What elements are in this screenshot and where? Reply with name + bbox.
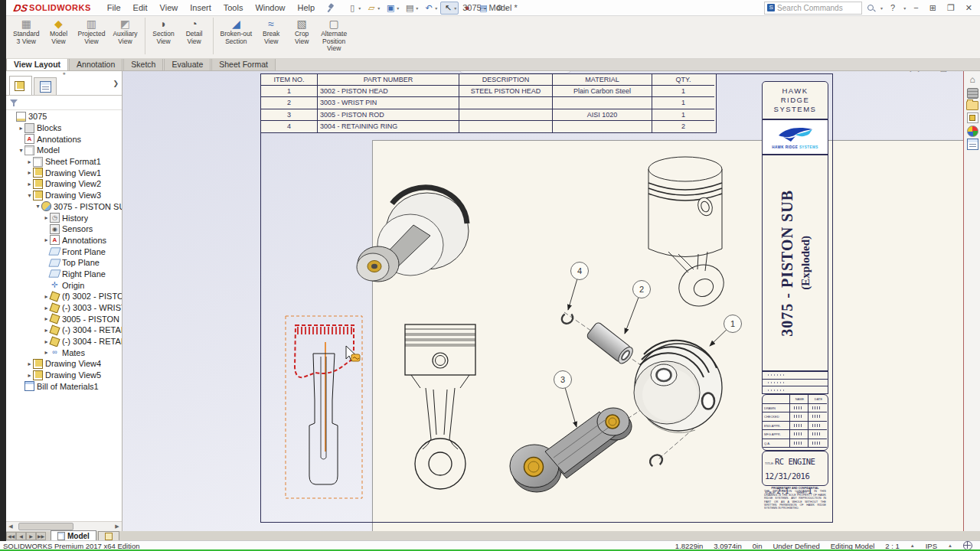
stoplight-icon[interactable]: ● bbox=[459, 2, 475, 15]
tree-item-origin[interactable]: ⊹Origin bbox=[6, 279, 122, 291]
dropdown-caret[interactable]: ▾ bbox=[564, 71, 566, 72]
scroll-right-arrow[interactable]: ▶ bbox=[113, 523, 122, 530]
maximize-button[interactable]: ⊞ bbox=[926, 1, 939, 15]
custom-properties-icon[interactable] bbox=[967, 139, 978, 150]
ribbon-button-standard-3-view[interactable]: ▦Standard 3 View bbox=[9, 15, 44, 45]
menu-file[interactable]: File bbox=[102, 2, 126, 14]
next-sheet-button[interactable]: ▶ bbox=[26, 532, 36, 540]
ribbon-button-projected-view[interactable]: ▥Projected View bbox=[74, 15, 109, 45]
collapse-arrow-icon[interactable]: ▸ bbox=[26, 372, 33, 379]
tree-item-sensors[interactable]: ◉Sensors bbox=[6, 223, 122, 235]
open-icon[interactable]: ▱▾ bbox=[364, 2, 382, 15]
bom-row[interactable]: 23003 - WRIST PIN1 bbox=[261, 97, 716, 109]
undo-icon[interactable]: ↶▾ bbox=[421, 2, 439, 15]
collapse-arrow-icon[interactable]: ▸ bbox=[43, 236, 50, 243]
tab-evaluate[interactable]: Evaluate bbox=[164, 58, 211, 70]
tree-filter-row[interactable] bbox=[6, 96, 122, 110]
graphics-area[interactable]: ITEM NO.PART NUMBERDESCRIPTIONMATERIALQT… bbox=[122, 71, 980, 531]
search-commands-box[interactable]: S Search Commands bbox=[764, 2, 862, 15]
help-button[interactable]: ? bbox=[887, 1, 898, 15]
expand-arrow-icon[interactable]: ▾ bbox=[34, 203, 41, 210]
restore-button[interactable]: ❐ bbox=[944, 1, 958, 15]
expand-arrow-icon[interactable]: ▾ bbox=[26, 192, 33, 199]
collapse-arrow-icon[interactable]: ▸ bbox=[26, 169, 33, 176]
previous-document-button[interactable]: ◂ bbox=[907, 71, 911, 75]
help-dropdown-caret[interactable]: ▾ bbox=[903, 5, 906, 11]
bom-table[interactable]: ITEM NO.PART NUMBERDESCRIPTIONMATERIALQT… bbox=[260, 73, 717, 133]
view-settings-dropdown[interactable]: ▾ bbox=[556, 71, 566, 72]
appearances-icon[interactable] bbox=[967, 126, 978, 137]
gear-icon[interactable]: ⚙▾ bbox=[492, 2, 510, 15]
ribbon-button-section-view[interactable]: ◗Section View bbox=[149, 15, 179, 45]
collapse-arrow-icon[interactable]: ▸ bbox=[26, 158, 33, 165]
collapse-arrow-icon[interactable]: ▸ bbox=[43, 349, 50, 356]
dropdown-caret[interactable]: ▾ bbox=[435, 5, 437, 11]
ribbon-button-model-view[interactable]: ◆Model View bbox=[44, 15, 74, 45]
ribbon-button-broken-out-section[interactable]: ◢Broken-out Section bbox=[217, 15, 256, 45]
tree-item-blocks[interactable]: ▸Blocks bbox=[6, 122, 122, 134]
status-sheet-scale[interactable]: 2 : 1 bbox=[885, 542, 900, 550]
menu-help[interactable]: Help bbox=[292, 2, 321, 14]
new-icon[interactable]: ▯▾ bbox=[345, 2, 363, 15]
first-sheet-button[interactable]: ◀◀ bbox=[6, 532, 16, 540]
ribbon-button-alternate-position-view[interactable]: ▢Alternate Position View bbox=[317, 15, 351, 53]
hide-items-dropdown[interactable]: ◉▾ bbox=[542, 71, 552, 72]
dropdown-caret[interactable]: ▾ bbox=[397, 5, 399, 11]
tree-item-model[interactable]: ▾Model bbox=[6, 145, 122, 156]
tree-item--3004-retaining[interactable]: ▸(-) 3004 - RETAINING bbox=[6, 324, 122, 336]
tree-item-drawing-view5[interactable]: ▸Drawing View5 bbox=[6, 370, 122, 381]
collapse-arrow-icon[interactable]: ▸ bbox=[18, 125, 24, 132]
minimize-button[interactable]: − bbox=[910, 1, 921, 15]
dropdown-caret[interactable]: ▾ bbox=[416, 5, 418, 11]
menu-insert[interactable]: Insert bbox=[185, 2, 217, 14]
tree-item-3075-piston-sub-explo[interactable]: ▾3075 - PISTON SUB (Explo bbox=[6, 201, 122, 213]
print-icon[interactable]: ▤▾ bbox=[402, 2, 420, 15]
previous-view-icon[interactable]: ↶ bbox=[501, 71, 508, 72]
close-button[interactable]: ✕ bbox=[962, 1, 975, 15]
bom-row[interactable]: 43004 - RETAINING RING2 bbox=[261, 121, 716, 132]
design-library-icon[interactable] bbox=[967, 88, 978, 99]
dropdown-caret[interactable]: ▾ bbox=[550, 71, 552, 72]
tab-annotation[interactable]: Annotation bbox=[69, 58, 122, 70]
tree-item--3004-retaining[interactable]: ▸(-) 3004 - RETAINING bbox=[6, 336, 122, 347]
collapse-arrow-icon[interactable]: ▸ bbox=[26, 360, 33, 367]
select-icon[interactable]: ↖▾ bbox=[440, 2, 459, 15]
tree-item-drawing-view2[interactable]: ▸Drawing View2 bbox=[6, 178, 122, 190]
tree-item-right-plane[interactable]: Right Plane bbox=[6, 269, 122, 280]
tree-item-drawing-view4[interactable]: ▸Drawing View4 bbox=[6, 358, 122, 370]
home-icon[interactable]: ⌂ bbox=[966, 73, 978, 86]
doc-restore-button[interactable]: ❐ bbox=[940, 71, 947, 75]
expand-arrow-icon[interactable]: ▾ bbox=[18, 147, 24, 154]
search-magnifier-icon[interactable] bbox=[867, 4, 875, 12]
units-popup-arrow[interactable]: ▲ bbox=[948, 543, 952, 548]
add-sheet-tab[interactable] bbox=[98, 531, 119, 540]
tab-feature-manager[interactable] bbox=[9, 76, 32, 95]
save-icon[interactable]: ▣▾ bbox=[383, 2, 401, 15]
tree-item-mates[interactable]: ▸∞Mates bbox=[6, 347, 122, 358]
dropdown-caret[interactable]: ▾ bbox=[536, 71, 538, 72]
ribbon-button-crop-view[interactable]: ▧Crop View bbox=[286, 15, 317, 45]
tab-sheet-format[interactable]: Sheet Format bbox=[211, 58, 276, 70]
display-style-dropdown[interactable]: ▫▾ bbox=[533, 71, 539, 72]
panel-expand-chevron[interactable]: ❯ bbox=[113, 80, 119, 87]
collapse-arrow-icon[interactable]: ▸ bbox=[43, 315, 50, 322]
dropdown-caret[interactable]: ▾ bbox=[454, 5, 456, 11]
bom-row[interactable]: 13002 - PISTON HEADSTEEL PISTON HEADPlai… bbox=[261, 86, 716, 97]
dropdown-caret[interactable]: ▾ bbox=[505, 5, 508, 11]
doc-close-button[interactable]: ✕ bbox=[954, 71, 960, 75]
menu-window[interactable]: Window bbox=[250, 2, 290, 14]
scale-popup-arrow[interactable]: ▲ bbox=[910, 543, 915, 548]
tree-item--f-3002-piston-he[interactable]: ▸(f) 3002 - PISTON HE bbox=[6, 291, 122, 302]
ribbon-button-detail-view[interactable]: ◔Detail View bbox=[179, 15, 210, 45]
menu-edit[interactable]: Edit bbox=[128, 2, 153, 14]
rotate-view-icon[interactable]: ↻ bbox=[511, 71, 518, 72]
tree-item-sheet-format1[interactable]: ▸Sheet Format1 bbox=[6, 156, 122, 168]
tree-item-drawing-view1[interactable]: ▸Drawing View1 bbox=[6, 167, 122, 178]
status-units[interactable]: IPS bbox=[926, 542, 937, 550]
ribbon-button-break-view[interactable]: ≈Break View bbox=[256, 15, 286, 45]
last-sheet-button[interactable]: ▶▶ bbox=[36, 532, 46, 540]
dropdown-caret[interactable]: ▾ bbox=[377, 5, 380, 11]
collapse-arrow-icon[interactable]: ▸ bbox=[43, 214, 50, 221]
doc-minimize-button[interactable]: − bbox=[929, 71, 933, 75]
tab-property-manager[interactable] bbox=[34, 77, 57, 95]
